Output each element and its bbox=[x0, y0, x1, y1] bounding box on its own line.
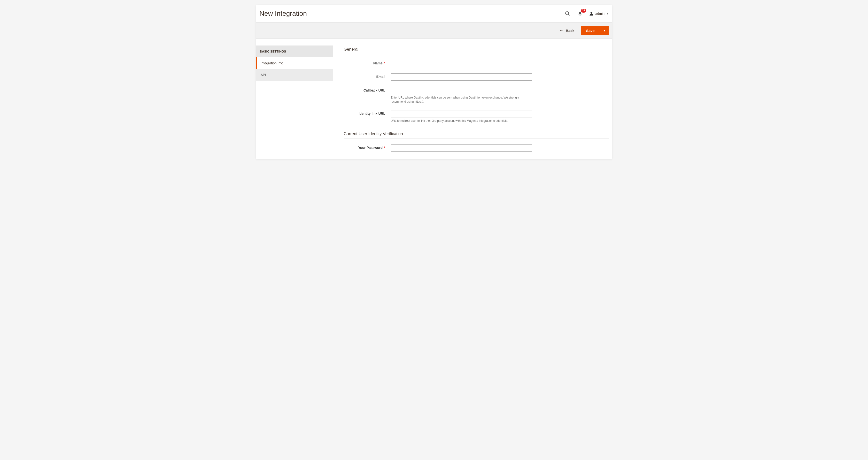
back-label: Back bbox=[566, 29, 575, 33]
label-identity-link-url: Identity link URL bbox=[344, 110, 391, 118]
page-header: New Integration 39 admin ▼ bbox=[256, 5, 612, 22]
search-icon bbox=[565, 11, 570, 16]
form-content: General Name Email Callback URL bbox=[344, 45, 609, 152]
notifications-button[interactable]: 39 bbox=[577, 10, 583, 17]
main-panel: New Integration 39 admin ▼ ← Back bbox=[256, 5, 612, 159]
sidebar-title: BASIC SETTINGS bbox=[256, 46, 333, 57]
page-title: New Integration bbox=[259, 10, 307, 18]
user-icon bbox=[589, 11, 594, 16]
sidebar-tabs: Integration Info API bbox=[256, 57, 333, 80]
actions-bar: ← Back Save ▼ bbox=[256, 22, 612, 39]
arrow-left-icon: ← bbox=[559, 28, 563, 33]
tab-label: Integration Info bbox=[260, 61, 283, 65]
fieldset-verification: Current User Identity Verification Your … bbox=[344, 131, 609, 152]
save-button[interactable]: Save bbox=[581, 26, 600, 35]
save-button-group: Save ▼ bbox=[581, 26, 609, 35]
user-menu[interactable]: admin ▼ bbox=[589, 11, 609, 16]
svg-point-2 bbox=[590, 12, 592, 14]
field-email: Email bbox=[344, 73, 609, 80]
notification-badge: 39 bbox=[581, 9, 586, 12]
svg-point-0 bbox=[565, 12, 569, 15]
header-actions: 39 admin ▼ bbox=[564, 10, 609, 17]
legend-general: General bbox=[344, 47, 609, 54]
tab-api[interactable]: API bbox=[256, 69, 333, 80]
input-callback-url[interactable] bbox=[391, 87, 532, 94]
field-password: Your Password bbox=[344, 144, 609, 152]
tab-integration-info[interactable]: Integration Info bbox=[256, 57, 333, 69]
label-email: Email bbox=[344, 73, 391, 80]
field-name: Name bbox=[344, 60, 609, 67]
fieldset-general: General Name Email Callback URL bbox=[344, 47, 609, 123]
label-callback-url: Callback URL bbox=[344, 87, 391, 94]
input-identity-link-url[interactable] bbox=[391, 110, 532, 118]
tab-label: API bbox=[260, 73, 266, 77]
save-dropdown-toggle[interactable]: ▼ bbox=[600, 26, 609, 35]
note-identity-link-url: URL to redirect user to link their 3rd p… bbox=[391, 119, 532, 123]
legend-verification: Current User Identity Verification bbox=[344, 131, 609, 138]
input-password[interactable] bbox=[391, 144, 532, 152]
caret-down-icon: ▼ bbox=[603, 29, 606, 32]
input-email[interactable] bbox=[391, 73, 532, 80]
note-callback-url: Enter URL where Oauth credentials can be… bbox=[391, 96, 532, 104]
content-body: BASIC SETTINGS Integration Info API Gene… bbox=[256, 39, 612, 159]
svg-line-1 bbox=[568, 14, 569, 16]
field-identity-link-url: Identity link URL URL to redirect user t… bbox=[344, 110, 609, 123]
settings-sidebar: BASIC SETTINGS Integration Info API bbox=[256, 45, 333, 81]
field-callback-url: Callback URL Enter URL where Oauth crede… bbox=[344, 87, 609, 104]
search-button[interactable] bbox=[564, 10, 571, 17]
back-button[interactable]: ← Back bbox=[558, 26, 577, 35]
label-name: Name bbox=[344, 60, 391, 67]
label-password: Your Password bbox=[344, 144, 391, 152]
username-label: admin bbox=[595, 12, 604, 15]
caret-down-icon: ▼ bbox=[606, 12, 609, 15]
input-name[interactable] bbox=[391, 60, 532, 67]
